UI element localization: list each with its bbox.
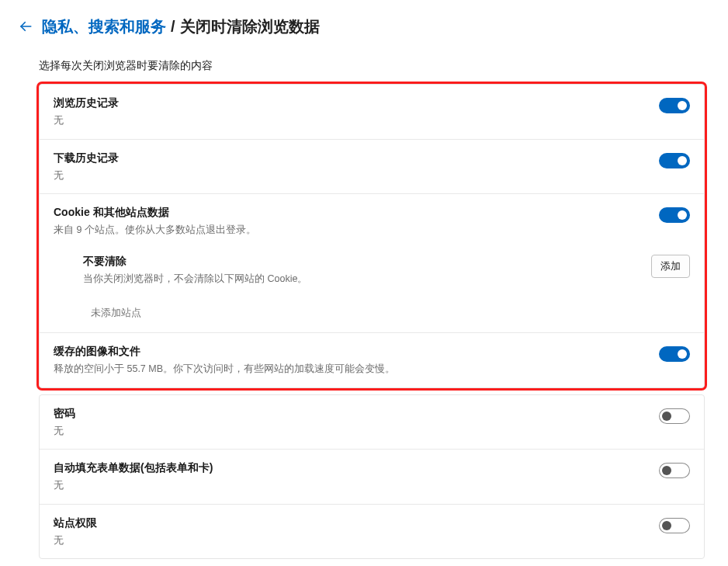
setting-subtitle: 释放的空间小于 55.7 MB。你下次访问时，有些网站的加载速度可能会变慢。 bbox=[54, 363, 659, 377]
highlighted-settings-group: 浏览历史记录 无 下载历史记录 无 Cookie 和其他站点数据 来自 9 个站… bbox=[39, 84, 705, 388]
setting-subtitle: 无 bbox=[54, 114, 659, 128]
toggle-site-permissions[interactable] bbox=[659, 518, 690, 533]
arrow-left-icon bbox=[19, 19, 33, 33]
setting-title: Cookie 和其他站点数据 bbox=[54, 206, 659, 220]
setting-title: 自动填充表单数据(包括表单和卡) bbox=[54, 461, 659, 475]
setting-cookies: Cookie 和其他站点数据 来自 9 个站点。使你从大多数站点退出登录。 bbox=[40, 194, 704, 248]
back-button[interactable] bbox=[17, 18, 34, 35]
setting-title: 缓存的图像和文件 bbox=[54, 345, 659, 359]
setting-title: 密码 bbox=[54, 407, 659, 421]
page-title: 关闭时清除浏览数据 bbox=[180, 17, 320, 36]
setting-title: 站点权限 bbox=[54, 516, 659, 530]
setting-subtitle: 无 bbox=[54, 479, 659, 493]
setting-download-history: 下载历史记录 无 bbox=[40, 140, 704, 195]
setting-autofill: 自动填充表单数据(包括表单和卡) 无 bbox=[40, 450, 704, 505]
cookies-do-not-clear-section: 不要清除 当你关闭浏览器时，不会清除以下网站的 Cookie。 添加 未添加站点 bbox=[40, 248, 704, 334]
breadcrumb: 隐私、搜索和服务 / 关闭时清除浏览数据 bbox=[42, 17, 320, 36]
setting-subtitle: 无 bbox=[54, 169, 659, 183]
cookies-subsection-title: 不要清除 bbox=[83, 255, 651, 269]
setting-title: 下载历史记录 bbox=[54, 151, 659, 165]
no-sites-added-text: 未添加站点 bbox=[91, 306, 690, 320]
breadcrumb-parent-link[interactable]: 隐私、搜索和服务 bbox=[42, 17, 166, 36]
intro-text: 选择每次关闭浏览器时要清除的内容 bbox=[39, 59, 705, 73]
setting-site-permissions: 站点权限 无 bbox=[40, 505, 704, 559]
toggle-autofill[interactable] bbox=[659, 463, 690, 478]
cookies-subsection-desc: 当你关闭浏览器时，不会清除以下网站的 Cookie。 bbox=[83, 273, 651, 286]
toggle-passwords[interactable] bbox=[659, 408, 690, 424]
setting-passwords: 密码 无 bbox=[40, 395, 704, 450]
toggle-download-history[interactable] bbox=[659, 153, 690, 168]
toggle-browsing-history[interactable] bbox=[659, 98, 690, 113]
toggle-cookies[interactable] bbox=[659, 207, 690, 223]
setting-cached-images: 缓存的图像和文件 释放的空间小于 55.7 MB。你下次访问时，有些网站的加载速… bbox=[40, 333, 704, 387]
breadcrumb-separator: / bbox=[171, 17, 175, 36]
toggle-cached-images[interactable] bbox=[659, 346, 690, 362]
setting-browsing-history: 浏览历史记录 无 bbox=[40, 85, 704, 140]
setting-title: 浏览历史记录 bbox=[54, 96, 659, 110]
setting-subtitle: 无 bbox=[54, 534, 659, 548]
add-site-button[interactable]: 添加 bbox=[651, 255, 690, 278]
additional-settings-group: 密码 无 自动填充表单数据(包括表单和卡) 无 站点权限 无 bbox=[39, 394, 705, 560]
setting-subtitle: 来自 9 个站点。使你从大多数站点退出登录。 bbox=[54, 224, 659, 238]
setting-subtitle: 无 bbox=[54, 425, 659, 439]
